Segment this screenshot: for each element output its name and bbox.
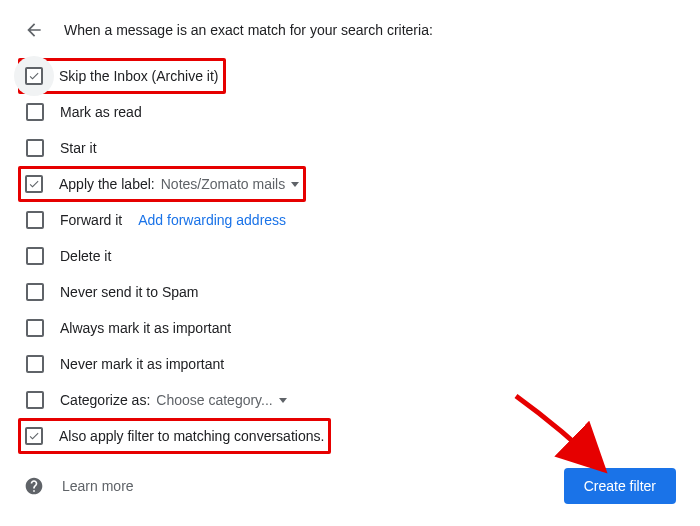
link-add-forwarding[interactable]: Add forwarding address — [138, 212, 286, 228]
chevron-down-icon — [291, 182, 299, 187]
dropdown-categorize-value: Choose category... — [156, 392, 272, 408]
checkbox-apply-label[interactable] — [25, 175, 43, 193]
label-never-spam: Never send it to Spam — [60, 284, 199, 300]
label-skip-inbox: Skip the Inbox (Archive it) — [59, 68, 219, 84]
checkbox-categorize[interactable] — [26, 391, 44, 409]
label-always-important: Always mark it as important — [60, 320, 231, 336]
chevron-down-icon — [279, 398, 287, 403]
highlight-apply-label: Apply the label: Notes/Zomato mails — [18, 166, 306, 202]
checkbox-also-apply[interactable] — [25, 427, 43, 445]
learn-more-link[interactable]: Learn more — [24, 476, 134, 496]
checkbox-skip-inbox[interactable] — [25, 67, 43, 85]
checkbox-star[interactable] — [26, 139, 44, 157]
label-also-apply: Also apply filter to matching conversati… — [59, 428, 324, 444]
dialog-title: When a message is an exact match for you… — [64, 22, 433, 38]
highlight-skip-inbox: Skip the Inbox (Archive it) — [18, 58, 226, 94]
checkbox-mark-read[interactable] — [26, 103, 44, 121]
label-never-important: Never mark it as important — [60, 356, 224, 372]
label-star: Star it — [60, 140, 97, 156]
filter-options-list: Skip the Inbox (Archive it) Mark as read… — [24, 58, 676, 454]
checkbox-ripple — [14, 56, 54, 96]
label-categorize: Categorize as: — [60, 392, 150, 408]
highlight-also-apply: Also apply filter to matching conversati… — [18, 418, 331, 454]
dropdown-categorize[interactable]: Choose category... — [156, 392, 286, 408]
dropdown-apply-label-value: Notes/Zomato mails — [161, 176, 285, 192]
checkbox-forward[interactable] — [26, 211, 44, 229]
label-delete: Delete it — [60, 248, 111, 264]
learn-more-label: Learn more — [62, 478, 134, 494]
label-forward: Forward it — [60, 212, 122, 228]
create-filter-button[interactable]: Create filter — [564, 468, 676, 504]
checkbox-delete[interactable] — [26, 247, 44, 265]
dropdown-apply-label[interactable]: Notes/Zomato mails — [161, 176, 299, 192]
checkbox-never-important[interactable] — [26, 355, 44, 373]
label-mark-read: Mark as read — [60, 104, 142, 120]
checkbox-always-important[interactable] — [26, 319, 44, 337]
back-arrow-icon[interactable] — [24, 20, 44, 40]
label-apply-label: Apply the label: — [59, 176, 155, 192]
checkbox-never-spam[interactable] — [26, 283, 44, 301]
help-icon — [24, 476, 44, 496]
